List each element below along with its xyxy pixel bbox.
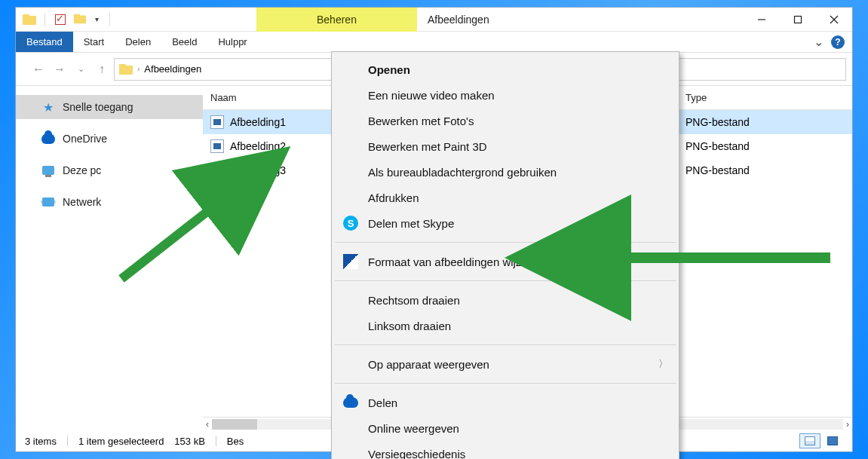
ribbon-tabs: Bestand Start Delen Beeld Hulppr ⌄ ? [16, 32, 852, 53]
ctx-rotate-left[interactable]: Linksom draaien [332, 313, 679, 338]
ctx-version-history[interactable]: Versiegeschiedenis [332, 441, 679, 459]
image-file-icon [210, 115, 224, 129]
view-details-button[interactable] [799, 433, 820, 448]
up-button[interactable]: ↑ [93, 60, 111, 78]
context-menu: Openen Een nieuwe video maken Bewerken m… [331, 51, 679, 459]
image-file-icon [210, 139, 224, 153]
scroll-thumb[interactable] [212, 419, 257, 430]
maximize-button[interactable] [780, 8, 816, 32]
ctx-separator [335, 344, 676, 345]
file-name: Afbeelding3 [230, 164, 286, 176]
close-button[interactable] [816, 8, 852, 32]
skype-icon: S [342, 216, 359, 231]
qat-dropdown[interactable]: ▾ [92, 15, 102, 23]
column-type-label: Type [686, 92, 707, 103]
quick-access-toolbar: ▾ [16, 12, 113, 27]
resize-icon [342, 254, 359, 269]
status-selected: 1 item geselecteerd [78, 436, 164, 447]
network-icon [41, 195, 55, 209]
scroll-left-button[interactable]: ‹ [206, 419, 209, 430]
manage-context-tab[interactable]: Beheren [256, 8, 417, 32]
view-thumbnails-button[interactable] [822, 433, 843, 448]
file-type: PNG-bestand [678, 140, 852, 152]
file-type: PNG-bestand [678, 164, 852, 176]
folder-icon [22, 12, 37, 27]
folder-icon [119, 64, 133, 75]
star-icon: ★ [41, 100, 55, 114]
ribbon-context-title: Beheren [256, 8, 417, 32]
status-size: 153 kB [174, 436, 204, 447]
new-folder-icon[interactable] [72, 12, 87, 27]
titlebar: ▾ Beheren Afbeeldingen [16, 8, 852, 32]
navigation-pane: ★ Snelle toegang OneDrive Deze pc Netwer… [16, 86, 203, 430]
sidebar-item-quick-access[interactable]: ★ Snelle toegang [16, 95, 203, 119]
ctx-rotate-right[interactable]: Rechtsom draaien [332, 287, 679, 313]
collapse-ribbon-button[interactable]: ⌄ [814, 35, 824, 49]
sidebar-item-network[interactable]: Netwerk [16, 190, 203, 214]
breadcrumb-separator: › [137, 65, 140, 73]
window-controls [744, 8, 852, 32]
ctx-print[interactable]: Afdrukken [332, 185, 679, 210]
file-name: Afbeelding2 [230, 140, 286, 152]
separator [44, 13, 45, 26]
submenu-arrow-icon: 〉 [658, 357, 668, 371]
tab-tools[interactable]: Hulppr [207, 32, 257, 52]
ctx-edit-paint3d[interactable]: Bewerken met Paint 3D [332, 133, 679, 159]
svg-rect-1 [795, 16, 802, 23]
column-header-type[interactable]: Type [678, 86, 852, 109]
status-item-count: 3 items [25, 436, 57, 447]
separator [67, 436, 68, 446]
properties-icon[interactable] [53, 12, 68, 27]
file-type: PNG-bestand [678, 116, 852, 128]
tab-view[interactable]: Beeld [161, 32, 207, 52]
recent-locations-button[interactable]: ⌄ [72, 60, 90, 78]
separator [216, 436, 216, 446]
breadcrumb-location[interactable]: Afbeeldingen [144, 63, 201, 75]
minimize-button[interactable] [744, 8, 780, 32]
ctx-view-online[interactable]: Online weergeven [332, 415, 679, 441]
image-file-icon [210, 164, 224, 177]
status-extra: Bes [227, 436, 244, 447]
file-name: Afbeelding1 [230, 116, 286, 128]
ctx-open[interactable]: Openen [332, 57, 679, 82]
ctx-share[interactable]: Delen [332, 390, 679, 415]
explorer-window: ▾ Beheren Afbeeldingen Bestand Start Del… [15, 7, 853, 452]
back-button[interactable]: ← [29, 60, 48, 78]
ctx-resize-images[interactable]: Formaat van afbeeldingen wijzigen [332, 249, 679, 274]
onedrive-icon [41, 132, 55, 145]
ctx-set-wallpaper[interactable]: Als bureaubladachtergrond gebruiken [332, 159, 679, 185]
help-button[interactable]: ? [831, 35, 845, 49]
ctx-separator [335, 280, 676, 281]
forward-button[interactable]: → [51, 60, 69, 78]
tab-file[interactable]: Bestand [16, 32, 73, 52]
sidebar-item-onedrive[interactable]: OneDrive [16, 127, 203, 151]
ctx-show-on-device[interactable]: Op apparaat weergeven〉 [332, 351, 679, 377]
sidebar-item-label: Snelle toegang [63, 101, 133, 113]
ctx-separator [335, 242, 676, 243]
ctx-share-skype[interactable]: SDelen met Skype [332, 210, 679, 236]
window-title: Afbeeldingen [417, 14, 500, 26]
sidebar-item-label: Deze pc [63, 164, 101, 176]
ctx-new-video[interactable]: Een nieuwe video maken [332, 82, 679, 108]
sidebar-item-this-pc[interactable]: Deze pc [16, 158, 203, 182]
scroll-right-button[interactable]: › [846, 419, 849, 430]
ctx-separator [335, 383, 676, 384]
ctx-edit-photos[interactable]: Bewerken met Foto's [332, 108, 679, 133]
sidebar-item-label: OneDrive [63, 133, 107, 145]
column-name-label: Naam [210, 92, 237, 103]
pc-icon [41, 164, 55, 177]
onedrive-icon [342, 397, 359, 408]
tab-home[interactable]: Start [73, 32, 115, 52]
separator [109, 13, 110, 26]
sidebar-item-label: Netwerk [63, 196, 101, 208]
tab-share[interactable]: Delen [115, 32, 161, 52]
